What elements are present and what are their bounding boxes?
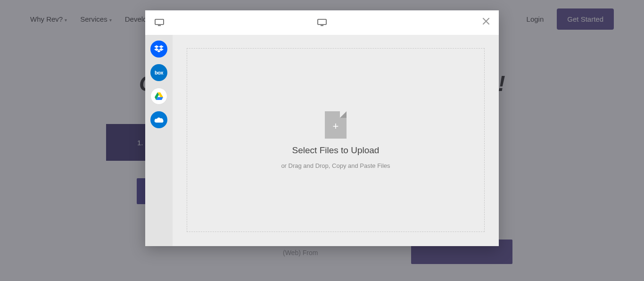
drop-area-container: + Select Files to Upload or Drag and Dro… [173, 35, 499, 246]
file-plus-icon: + [325, 111, 347, 139]
box-icon[interactable]: box [150, 64, 167, 81]
svg-rect-0 [155, 19, 164, 25]
device-icon[interactable] [155, 19, 164, 26]
file-drop-area[interactable]: + Select Files to Upload or Drag and Dro… [187, 48, 485, 232]
device-icon [317, 19, 327, 26]
onedrive-icon[interactable] [150, 111, 167, 128]
svg-rect-1 [158, 25, 161, 26]
file-upload-modal: box + Select Files to Upload or Drag and… [145, 10, 499, 246]
cloud-source-rail: box [145, 35, 173, 246]
google-drive-icon[interactable] [150, 88, 167, 105]
svg-rect-2 [318, 19, 326, 25]
drop-subtitle: or Drag and Drop, Copy and Paste Files [281, 162, 390, 169]
drop-title: Select Files to Upload [292, 145, 380, 156]
close-icon[interactable] [482, 17, 490, 25]
modal-body: box + Select Files to Upload or Drag and… [145, 35, 499, 246]
modal-header [145, 10, 499, 35]
dropbox-icon[interactable] [150, 41, 167, 58]
svg-rect-3 [321, 25, 323, 26]
